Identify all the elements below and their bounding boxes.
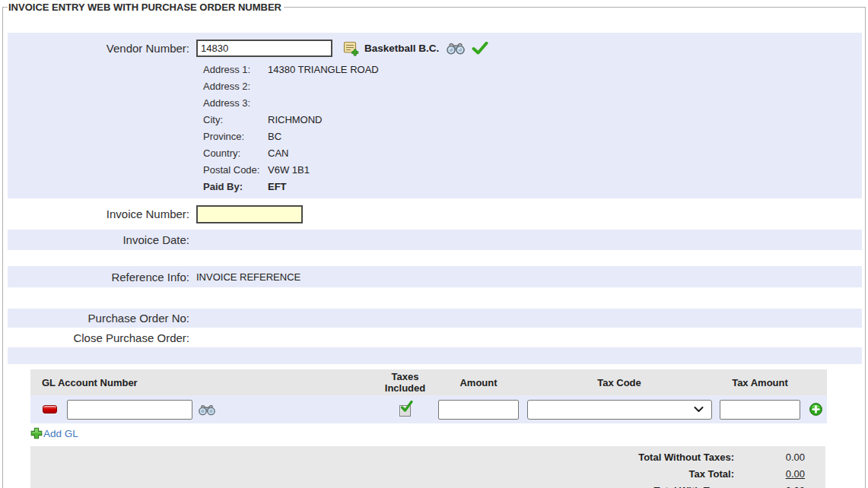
address-row: Province: BC xyxy=(203,128,862,145)
total-with-taxes-value: 0.00 xyxy=(734,485,825,488)
add-gl-link[interactable]: Add GL xyxy=(30,427,78,439)
totals-section: Total Without Taxes: 0.00 Tax Total: 0.0… xyxy=(30,446,825,488)
gl-account-header: GL Account Number xyxy=(30,377,377,388)
invoice-date-row: Invoice Date: xyxy=(8,230,862,250)
address1-label: Address 1: xyxy=(203,62,268,78)
city-label: City: xyxy=(203,112,268,128)
plus-icon xyxy=(30,427,43,439)
gl-table-header: GL Account Number Taxes Included Amount … xyxy=(30,369,827,395)
country-label: Country: xyxy=(203,145,268,162)
form-title: INVOICE ENTRY WEB WITH PURCHASE ORDER NU… xyxy=(8,2,284,13)
tax-code-select[interactable] xyxy=(527,400,712,420)
invoice-entry-fieldset: INVOICE ENTRY WEB WITH PURCHASE ORDER NU… xyxy=(2,2,866,488)
tax-total-value[interactable]: 0.00 xyxy=(734,468,825,480)
purchase-order-row: Purchase Order No: xyxy=(8,309,862,328)
invoice-number-row: Invoice Number: xyxy=(8,198,862,230)
paid-by-row: Paid By: EFT xyxy=(203,179,862,195)
vendor-number-row: Vendor Number: Basketball B.C. xyxy=(8,37,862,59)
amount-input[interactable] xyxy=(438,400,519,420)
page: INVOICE ENTRY WEB WITH PURCHASE ORDER NU… xyxy=(0,0,868,488)
address-row: Postal Code: V6W 1B1 xyxy=(203,162,862,179)
province-value: BC xyxy=(268,128,281,145)
taxes-included-header: Taxes Included xyxy=(377,371,434,394)
reference-info-value: INVOICE REFERENCE xyxy=(196,271,300,283)
total-without-taxes-value: 0.00 xyxy=(734,452,825,463)
vendor-section: Vendor Number: Basketball B.C. xyxy=(8,33,862,198)
paid-by-value: EFT xyxy=(268,179,287,195)
vendor-card-icon[interactable] xyxy=(343,40,359,56)
close-purchase-order-row: Close Purchase Order: xyxy=(8,328,862,347)
postal-code-label: Postal Code: xyxy=(203,162,268,179)
country-value: CAN xyxy=(268,145,288,162)
vendor-number-label: Vendor Number: xyxy=(8,42,196,55)
reference-info-row: Reference Info: INVOICE REFERENCE xyxy=(8,266,862,287)
invoice-number-label: Invoice Number: xyxy=(8,208,196,220)
city-value: RICHMOND xyxy=(268,112,323,128)
gl-table: GL Account Number Taxes Included Amount … xyxy=(30,369,827,423)
address-row: Address 3: xyxy=(203,95,862,112)
gl-lookup-binoculars-icon[interactable] xyxy=(199,404,215,416)
address-row: Address 1: 14380 TRIANGLE ROAD xyxy=(203,62,862,78)
total-with-taxes-row: Total With Taxes: 0.00 xyxy=(30,482,825,488)
tax-total-row: Tax Total: 0.00 xyxy=(30,465,825,482)
add-row-icon[interactable] xyxy=(809,403,822,416)
tax-amount-header: Tax Amount xyxy=(715,377,805,388)
spacer xyxy=(8,364,862,369)
address1-value: 14380 TRIANGLE ROAD xyxy=(268,62,379,78)
address-row: City: RICHMOND xyxy=(203,112,862,128)
close-purchase-order-label: Close Purchase Order: xyxy=(8,331,196,344)
delete-row-icon[interactable] xyxy=(43,405,57,414)
empty-row xyxy=(8,347,862,364)
total-without-taxes-row: Total Without Taxes: 0.00 xyxy=(30,448,825,465)
total-with-taxes-label: Total With Taxes: xyxy=(653,485,734,488)
reference-info-label: Reference Info: xyxy=(8,271,196,284)
paid-by-label: Paid By: xyxy=(203,179,268,195)
amount-header: Amount xyxy=(434,377,523,388)
add-gl-row: Add GL xyxy=(8,423,862,443)
tax-total-label: Tax Total: xyxy=(689,468,734,480)
address-row: Address 2: xyxy=(203,78,862,95)
spacer xyxy=(8,287,862,309)
invoice-date-label: Invoice Date: xyxy=(8,233,196,246)
vendor-name: Basketball B.C. xyxy=(364,43,439,54)
address3-label: Address 3: xyxy=(203,95,268,112)
tax-amount-input[interactable] xyxy=(720,400,800,420)
total-without-taxes-label: Total Without Taxes: xyxy=(638,452,734,463)
tax-code-header: Tax Code xyxy=(523,377,715,388)
address-row: Country: CAN xyxy=(203,145,862,162)
province-label: Province: xyxy=(203,128,268,145)
gl-table-row xyxy=(30,395,827,423)
spacer xyxy=(8,250,862,266)
vendor-number-input[interactable] xyxy=(196,40,332,57)
address2-label: Address 2: xyxy=(203,78,268,95)
taxes-included-checkbox[interactable] xyxy=(399,405,411,417)
add-gl-label: Add GL xyxy=(43,428,78,439)
vendor-lookup-binoculars-icon[interactable] xyxy=(447,42,465,55)
invoice-number-input[interactable] xyxy=(196,205,303,223)
vendor-address-block: Address 1: 14380 TRIANGLE ROAD Address 2… xyxy=(203,62,862,195)
purchase-order-label: Purchase Order No: xyxy=(8,312,196,325)
gl-account-input[interactable] xyxy=(67,400,192,420)
postal-code-value: V6W 1B1 xyxy=(268,162,310,179)
vendor-valid-check-icon xyxy=(472,42,488,55)
